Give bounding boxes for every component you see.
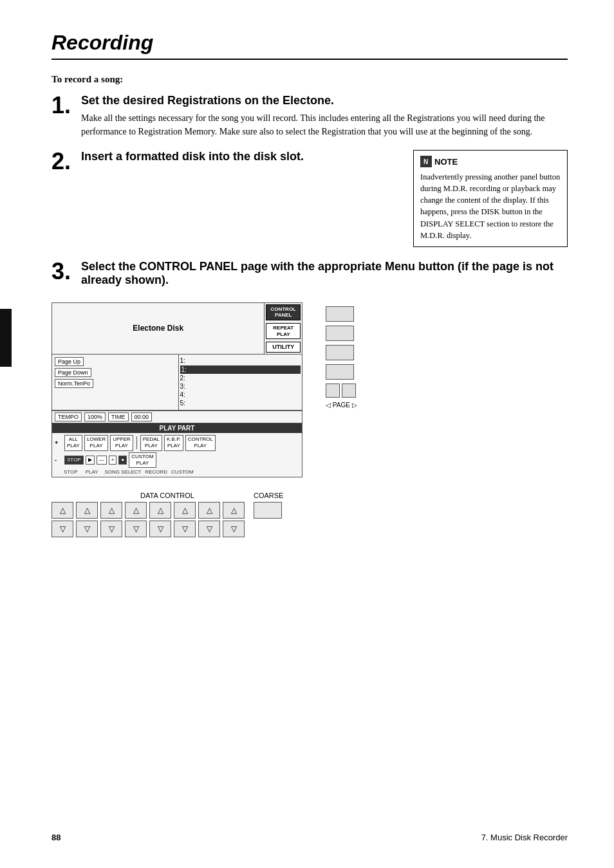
dc-up-8[interactable]: △: [223, 502, 245, 519]
dc-down-7[interactable]: ▽: [198, 521, 220, 537]
dc-down-2[interactable]: ▽: [76, 521, 98, 537]
step-2-title: Insert a formatted disk into the disk sl…: [81, 150, 400, 163]
panel-buttons-right: CONTROLPANEL REPEATPLAY UTILITY: [265, 303, 302, 354]
repeat-play-btn[interactable]: REPEATPLAY: [266, 323, 301, 339]
dc-main: DATA CONTROL △ △ △ △ △ △ △ △: [51, 492, 245, 537]
diagram-area: Electone Disk CONTROLPANEL REPEATPLAY UT…: [51, 302, 568, 478]
song-select-pos-btn[interactable]: +: [109, 456, 117, 465]
song-select-label: SONG SELECT: [105, 469, 142, 475]
dc-down-3[interactable]: ▽: [100, 521, 122, 537]
step-3-number: 3.: [51, 260, 75, 283]
dc-down-1[interactable]: ▽: [51, 521, 73, 537]
dc-up-5[interactable]: △: [149, 502, 171, 519]
step-2-number: 2.: [51, 150, 75, 173]
stop-label: STOP: [64, 469, 78, 475]
play-part-label: PLAY PART: [52, 423, 302, 433]
page-down-btn[interactable]: Page Down: [55, 368, 91, 377]
right-btn-2[interactable]: [326, 326, 354, 341]
dc-up-2[interactable]: △: [76, 502, 98, 519]
play-label: PLAY: [86, 469, 98, 475]
minus-label: -: [55, 457, 62, 463]
panel-middle: Page Up Page Down Norm.TenPo 1: 1: 2: 3:…: [52, 355, 302, 411]
dc-down-4[interactable]: ▽: [125, 521, 147, 537]
step-3-wrapper: 3. Select the CONTROL PANEL page with th…: [51, 260, 568, 538]
panel-controls: + ALLPLAY LOWERPLAY UPPERPLAY PEDALPLAY …: [52, 433, 302, 477]
coarse-area: COARSE: [254, 492, 283, 519]
step-2: 2. Insert a formatted disk into the disk…: [51, 150, 400, 173]
song-item-1[interactable]: 1:: [180, 365, 301, 374]
right-btn-1[interactable]: [326, 306, 354, 322]
note-header: N NOTE: [420, 156, 561, 167]
data-control-section: DATA CONTROL △ △ △ △ △ △ △ △: [51, 492, 568, 537]
step-2-note: N NOTE Inadvertently pressing another pa…: [413, 150, 568, 247]
control-panel-btn[interactable]: CONTROLPANEL: [266, 304, 301, 320]
panel-song-list: 1: 1: 2: 3: 4: 5:: [178, 355, 302, 410]
coarse-label: COARSE: [254, 492, 283, 499]
coarse-btn[interactable]: [254, 502, 282, 519]
panel-page-controls: Page Up: [55, 357, 176, 366]
dc-wrapper: DATA CONTROL △ △ △ △ △ △ △ △: [51, 492, 568, 537]
page-up-btn[interactable]: Page Up: [55, 357, 84, 366]
panel-page-down-row: Page Down: [55, 368, 176, 377]
footer: 88 7. Music Disk Recorder: [51, 833, 568, 842]
note-label: NOTE: [434, 157, 458, 167]
panel-title: Electone Disk: [52, 303, 265, 354]
norm-tempo-btn[interactable]: Norm.TenPo: [55, 379, 93, 388]
dc-up-6[interactable]: △: [174, 502, 196, 519]
right-panel: ◁ PAGE ▷: [326, 306, 357, 409]
step-2-left: 2. Insert a formatted disk into the disk…: [51, 150, 400, 185]
step-3: 3. Select the CONTROL PANEL page with th…: [51, 260, 568, 291]
song-item-4[interactable]: 4:: [180, 391, 301, 399]
dc-up-row: △ △ △ △ △ △ △ △: [51, 502, 245, 519]
page-arrow-label: ◁ PAGE ▷: [326, 402, 357, 409]
stop-btn[interactable]: STOP: [64, 456, 84, 465]
footer-chapter: 7. Music Disk Recorder: [481, 833, 568, 842]
right-btn-3[interactable]: [326, 345, 354, 360]
right-btn-4[interactable]: [326, 364, 354, 380]
dc-up-1[interactable]: △: [51, 502, 73, 519]
page-arrow-row: [326, 383, 356, 398]
custom-label: CUSTOM: [171, 469, 194, 475]
step-1-content: Set the desired Registrations on the Ele…: [81, 94, 568, 138]
song-item-3[interactable]: 3:: [180, 382, 301, 391]
page-number: 88: [51, 833, 60, 842]
control-play-btn[interactable]: CONTROLPLAY: [185, 435, 216, 451]
right-btn-6[interactable]: [342, 383, 356, 398]
dc-up-3[interactable]: △: [100, 502, 122, 519]
pedal-play-btn[interactable]: PEDALPLAY: [140, 435, 162, 451]
dc-down-6[interactable]: ▽: [174, 521, 196, 537]
bottom-labels: STOP PLAY SONG SELECT RECORD CUSTOM: [64, 469, 299, 475]
kbp-play-btn[interactable]: K.B.P.PLAY: [164, 435, 183, 451]
left-tab: [0, 309, 12, 367]
panel-top-row: Electone Disk CONTROLPANEL REPEATPLAY UT…: [52, 303, 302, 355]
note-icon: N: [420, 156, 432, 167]
dc-down-8[interactable]: ▽: [223, 521, 245, 537]
step-1: 1. Set the desired Registrations on the …: [51, 94, 568, 138]
svg-text:N: N: [423, 158, 428, 165]
utility-btn[interactable]: UTILITY: [266, 342, 301, 353]
song-select-neg-btn[interactable]: —: [97, 456, 107, 465]
tempo-label: TEMPO: [55, 412, 82, 421]
record-label: RECORD: [145, 469, 167, 475]
dc-buttons: △ △ △ △ △ △ △ △ ▽ ▽ ▽: [51, 502, 245, 537]
record-btn[interactable]: ●: [118, 456, 127, 465]
all-play-btn[interactable]: ALLPLAY: [64, 435, 82, 451]
upper-play-btn[interactable]: UPPERPLAY: [110, 435, 133, 451]
dc-down-row: ▽ ▽ ▽ ▽ ▽ ▽ ▽ ▽: [51, 521, 245, 537]
song-item-2[interactable]: 2:: [180, 374, 301, 382]
step-3-title: Select the CONTROL PANEL page with the a…: [81, 260, 568, 287]
custom-play-btn[interactable]: CUSTOMPLAY: [129, 452, 156, 468]
page-title: Recording: [51, 31, 568, 60]
panel-tempo-row: TEMPO 100% TIME 00:00: [52, 411, 302, 423]
note-text: Inadvertently pressing another panel but…: [420, 171, 561, 241]
panel-diagram: Electone Disk CONTROLPANEL REPEATPLAY UT…: [51, 302, 302, 478]
right-btn-5[interactable]: [326, 383, 340, 398]
song-item-5[interactable]: 5:: [180, 399, 301, 407]
step-1-number: 1.: [51, 94, 75, 117]
lower-play-btn[interactable]: LOWERPLAY: [84, 435, 108, 451]
play-btn[interactable]: ▶: [86, 456, 95, 465]
note-box: N NOTE Inadvertently pressing another pa…: [413, 150, 568, 247]
dc-up-7[interactable]: △: [198, 502, 220, 519]
dc-down-5[interactable]: ▽: [149, 521, 171, 537]
dc-up-4[interactable]: △: [125, 502, 147, 519]
